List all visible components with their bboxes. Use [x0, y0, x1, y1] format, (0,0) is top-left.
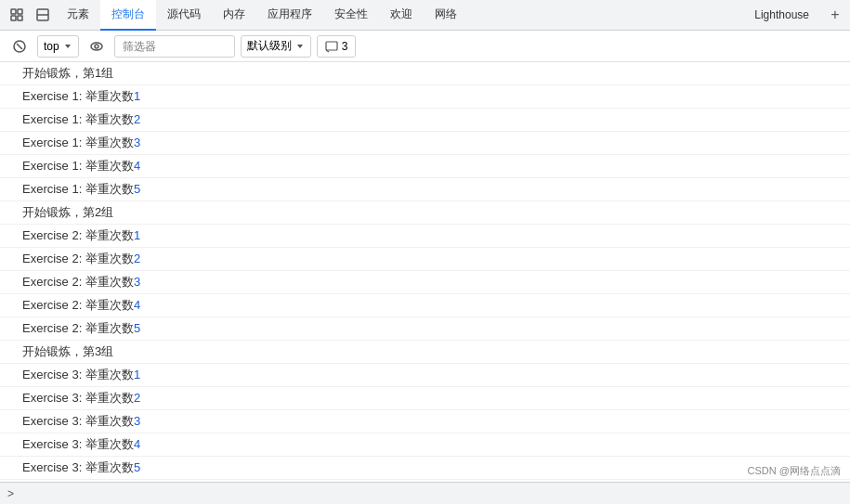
svg-marker-11: [297, 45, 303, 48]
nav-icon-dock[interactable]: [32, 4, 54, 26]
svg-line-7: [17, 44, 22, 49]
console-line: Exercise 1: 举重次数2: [0, 109, 850, 132]
console-line: Exercise 2: 举重次数3: [0, 271, 850, 294]
svg-rect-0: [11, 9, 16, 14]
console-line: Exercise 1: 举重次数3: [0, 132, 850, 155]
console-line: 开始锻炼，第3组: [0, 341, 850, 364]
tab-source[interactable]: 源代码: [156, 0, 212, 31]
svg-marker-8: [65, 45, 71, 48]
nav-icon-back[interactable]: [6, 4, 28, 26]
tab-lighthouse[interactable]: Lighthouse: [743, 0, 820, 31]
console-line: Exercise 3: 举重次数1: [0, 364, 850, 387]
filter-input[interactable]: [114, 35, 235, 58]
svg-rect-1: [18, 9, 22, 14]
console-line: Exercise 3: 举重次数4: [0, 433, 850, 457]
svg-point-10: [95, 45, 98, 48]
add-tab-button[interactable]: +: [824, 4, 846, 26]
watermark: CSDN @网络点点滴: [748, 464, 841, 478]
console-toolbar: top 默认级别 3: [0, 31, 850, 62]
console-output-area: 开始锻炼，第1组Exercise 1: 举重次数1Exercise 1: 举重次…: [0, 62, 850, 482]
tab-application[interactable]: 应用程序: [256, 0, 323, 31]
tab-security[interactable]: 安全性: [323, 0, 379, 31]
svg-rect-2: [11, 16, 16, 20]
context-dropdown[interactable]: top: [37, 35, 79, 58]
top-nav-bar: 元素 控制台 源代码 内存 应用程序 安全性 欢迎 网络 Lighthouse …: [0, 0, 850, 31]
tab-network[interactable]: 网络: [424, 0, 468, 31]
svg-point-9: [91, 43, 102, 50]
console-line: Exercise 2: 举重次数2: [0, 248, 850, 271]
clear-console-button[interactable]: [7, 34, 32, 58]
console-line: Exercise 2: 举重次数4: [0, 294, 850, 317]
tab-welcome[interactable]: 欢迎: [379, 0, 424, 31]
tab-elements[interactable]: 元素: [56, 0, 100, 31]
console-line: 开始锻炼，第1组: [0, 62, 850, 85]
console-line: Exercise 3: 举重次数2: [0, 387, 850, 410]
console-line: Exercise 2: 举重次数5: [0, 317, 850, 341]
tab-memory[interactable]: 内存: [212, 0, 256, 31]
console-line: Exercise 3: 举重次数5: [0, 457, 850, 480]
console-line: Exercise 2: 举重次数1: [0, 225, 850, 248]
console-line: Exercise 1: 举重次数4: [0, 155, 850, 178]
log-level-dropdown[interactable]: 默认级别: [241, 35, 311, 58]
message-count-badge[interactable]: 3: [317, 35, 357, 58]
svg-rect-12: [326, 42, 337, 50]
console-line: Exercise 3: 举重次数3: [0, 410, 850, 433]
console-line: 开始锻炼，第2组: [0, 201, 850, 225]
eye-icon[interactable]: [85, 34, 109, 58]
tab-console[interactable]: 控制台: [100, 0, 156, 31]
console-line: Exercise 1: 举重次数5: [0, 178, 850, 201]
svg-rect-3: [18, 16, 22, 20]
console-prompt[interactable]: >: [7, 487, 14, 500]
bottom-bar: >: [0, 482, 850, 504]
console-line: Exercise 1: 举重次数1: [0, 85, 850, 109]
